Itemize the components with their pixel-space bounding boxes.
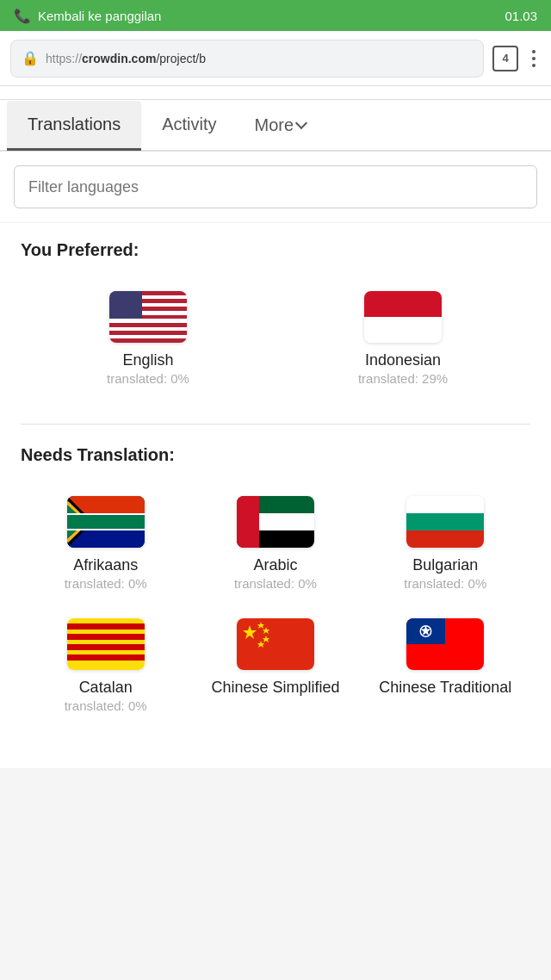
- lock-icon: 🔒: [22, 50, 39, 66]
- lang-name-chinese-traditional: Chinese Traditional: [379, 679, 511, 697]
- lang-name-afrikaans: Afrikaans: [73, 556, 138, 574]
- lang-item-chinese-simplified[interactable]: Chinese Simplified: [190, 608, 360, 730]
- lang-name-chinese-simplified: Chinese Simplified: [211, 679, 339, 697]
- lang-item-catalan[interactable]: Catalan translated: 0%: [21, 608, 190, 730]
- svg-rect-16: [67, 654, 145, 661]
- lang-progress-bulgarian: translated: 0%: [404, 576, 486, 591]
- lang-progress-catalan: translated: 0%: [65, 698, 147, 713]
- lang-progress-english: translated: 0%: [107, 371, 189, 386]
- url-text: https://crowdin.com/project/b: [46, 52, 206, 65]
- url-bar[interactable]: 🔒 https://crowdin.com/project/b: [10, 40, 484, 78]
- svg-rect-13: [67, 623, 145, 630]
- flag-zh-cn: [237, 618, 314, 670]
- lang-name-catalan: Catalan: [79, 679, 133, 697]
- needs-translation-title: Needs Translation:: [21, 445, 530, 465]
- browser-bar: 🔒 https://crowdin.com/project/b 4: [0, 31, 551, 86]
- lang-name-bulgarian: Bulgarian: [412, 556, 478, 574]
- flag-ca: [67, 618, 145, 670]
- flag-bg: [406, 496, 484, 548]
- chevron-down-icon: [295, 117, 307, 129]
- time: 01.03: [505, 9, 537, 23]
- tab-translations[interactable]: Translations: [7, 101, 141, 151]
- svg-rect-7: [67, 515, 145, 529]
- lang-progress-arabic: translated: 0%: [234, 576, 317, 591]
- lang-name-arabic: Arabic: [253, 556, 297, 574]
- lang-item-arabic[interactable]: Arabic translated: 0%: [190, 486, 360, 608]
- flag-id: [364, 291, 442, 343]
- lang-progress-indonesian: translated: 29%: [358, 371, 448, 386]
- lang-item-indonesian[interactable]: Indonesian translated: 29%: [276, 281, 530, 403]
- lang-name-indonesian: Indonesian: [365, 351, 441, 369]
- call-text: Kembali ke panggilan: [38, 9, 161, 23]
- divider-1: [21, 424, 530, 425]
- flag-zh-tw: [406, 618, 484, 670]
- svg-rect-14: [67, 634, 145, 640]
- lang-item-english[interactable]: English translated: 0%: [21, 281, 276, 403]
- preferred-languages-grid: English translated: 0% Indonesian transl…: [21, 281, 530, 403]
- needs-translation-grid: Afrikaans translated: 0% Arabic translat…: [21, 486, 530, 730]
- phone-icon: 📞: [14, 8, 31, 24]
- flag-ar: [237, 496, 314, 548]
- tab-count[interactable]: 4: [492, 46, 518, 71]
- filter-bar: [0, 152, 551, 223]
- svg-rect-15: [67, 644, 145, 650]
- status-bar: 📞 Kembali ke panggilan 01.03: [0, 0, 551, 31]
- tab-more[interactable]: More: [238, 107, 324, 144]
- svg-rect-17: [237, 618, 314, 670]
- lang-name-english: English: [122, 351, 173, 369]
- svg-rect-11: [237, 496, 259, 548]
- preferred-title: You Preferred:: [21, 240, 530, 260]
- tabs-bar: Translations Activity More: [0, 100, 551, 152]
- lang-progress-afrikaans: translated: 0%: [65, 576, 147, 591]
- browser-menu-button[interactable]: [527, 45, 541, 72]
- filter-languages-input[interactable]: [14, 165, 537, 208]
- lang-item-bulgarian[interactable]: Bulgarian translated: 0%: [361, 486, 530, 608]
- flag-za: [67, 496, 145, 548]
- tab-activity[interactable]: Activity: [141, 101, 237, 151]
- flag-us: [109, 291, 187, 343]
- lang-item-chinese-traditional[interactable]: Chinese Traditional: [361, 608, 530, 730]
- content-area: You Preferred: English translated: 0% In…: [0, 223, 551, 768]
- lang-item-afrikaans[interactable]: Afrikaans translated: 0%: [21, 486, 190, 608]
- scroll-indicator: [0, 86, 551, 100]
